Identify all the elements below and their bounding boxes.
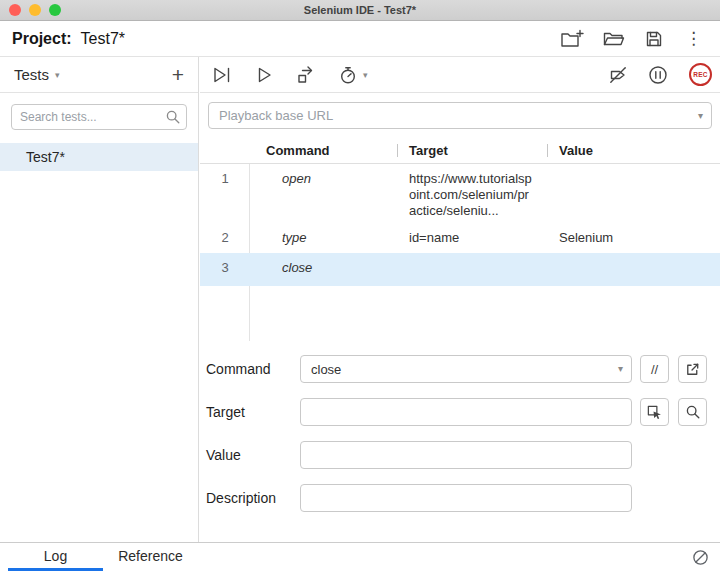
new-project-button[interactable] xyxy=(560,29,584,49)
disable-breakpoints-button[interactable] xyxy=(609,66,627,84)
window-title: Selenium IDE - Test7* xyxy=(0,4,720,16)
search-icon xyxy=(165,109,181,125)
command-cell[interactable]: close xyxy=(250,253,397,275)
value-form-row: Value xyxy=(206,441,712,469)
pause-on-exceptions-button[interactable] xyxy=(648,65,668,85)
step-over-button[interactable] xyxy=(296,65,316,84)
speed-chevron-down-icon: ▾ xyxy=(363,70,368,80)
row-number: 2 xyxy=(200,223,250,245)
main-panel: ▾ REC ▾ xyxy=(200,57,720,542)
value-input[interactable] xyxy=(300,441,632,469)
recording-controls: REC xyxy=(609,63,712,86)
window-controls xyxy=(9,4,61,16)
table-row[interactable]: 2 type id=name Selenium xyxy=(200,223,720,253)
target-input[interactable] xyxy=(300,398,632,426)
playback-url-row: ▾ xyxy=(200,93,720,129)
column-header-target[interactable]: Target xyxy=(409,143,448,158)
tests-dropdown[interactable]: Tests xyxy=(14,66,49,83)
minimize-window-button[interactable] xyxy=(29,4,41,16)
new-project-icon xyxy=(560,29,584,49)
stopwatch-icon xyxy=(339,65,357,85)
row-number: 3 xyxy=(200,253,250,275)
command-table-header: Command Target Value xyxy=(200,138,720,164)
project-actions: ⋮ xyxy=(560,29,708,49)
table-row[interactable]: 1 open https://www.tutorialspoint.com/se… xyxy=(200,164,720,223)
search-icon xyxy=(685,404,701,420)
command-cell[interactable]: type xyxy=(250,223,397,245)
playback-base-url-input[interactable] xyxy=(208,102,712,129)
description-input[interactable] xyxy=(300,484,632,512)
column-divider[interactable] xyxy=(397,144,398,157)
tab-reference[interactable]: Reference xyxy=(103,543,198,571)
comment-toggle-button[interactable]: // xyxy=(640,355,669,383)
command-form-row: Command ▾ // xyxy=(206,355,712,383)
open-project-button[interactable] xyxy=(603,30,625,48)
selenium-ide-window: Selenium IDE - Test7* Project:Test7* xyxy=(0,0,720,571)
disable-breakpoints-icon xyxy=(609,66,627,84)
record-button[interactable]: REC xyxy=(689,63,712,86)
kebab-menu-icon: ⋮ xyxy=(683,30,704,47)
play-icon xyxy=(255,66,273,84)
value-cell[interactable] xyxy=(547,164,720,171)
test-search xyxy=(11,104,187,130)
row-number: 1 xyxy=(200,164,250,186)
zoom-window-button[interactable] xyxy=(49,4,61,16)
column-header-command[interactable]: Command xyxy=(266,143,330,158)
playback-controls: ▾ xyxy=(212,65,368,85)
target-form-row: Target xyxy=(206,398,712,426)
description-field-label: Description xyxy=(206,490,300,506)
command-field-label: Command xyxy=(206,361,300,377)
command-editor: Command ▾ // Target xyxy=(200,341,720,512)
value-cell[interactable] xyxy=(547,253,720,260)
target-cell[interactable] xyxy=(397,253,547,260)
command-cell[interactable]: open xyxy=(250,164,397,186)
tab-log[interactable]: Log xyxy=(8,543,103,571)
playback-toolbar: ▾ REC xyxy=(200,57,720,93)
search-tests-input[interactable] xyxy=(11,104,187,130)
test-list: Test7* xyxy=(0,143,198,171)
step-over-icon xyxy=(296,65,316,84)
project-name: Test7* xyxy=(81,30,125,47)
project-header: Project:Test7* ⋮ xyxy=(0,21,720,57)
open-folder-icon xyxy=(603,30,625,48)
select-target-icon xyxy=(646,404,663,421)
open-in-new-icon xyxy=(684,361,701,378)
bottom-panel: Log Reference xyxy=(0,542,720,571)
command-select[interactable] xyxy=(300,355,632,383)
select-target-button[interactable] xyxy=(640,398,669,426)
description-form-row: Description xyxy=(206,484,712,512)
pause-circle-icon xyxy=(648,65,668,85)
save-project-button[interactable] xyxy=(644,29,664,49)
run-current-test-button[interactable] xyxy=(255,66,273,84)
tests-header: Tests ▾ + xyxy=(0,57,198,93)
find-target-button[interactable] xyxy=(678,398,707,426)
target-cell[interactable]: id=name xyxy=(397,223,547,246)
target-cell[interactable]: https://www.tutorialspoint.com/selenium/… xyxy=(397,164,547,219)
value-field-label: Value xyxy=(206,447,300,463)
titlebar[interactable]: Selenium IDE - Test7* xyxy=(0,0,720,21)
clear-log-button[interactable] xyxy=(692,549,709,566)
run-all-tests-button[interactable] xyxy=(212,66,232,84)
tests-sidebar: Tests ▾ + Test7* xyxy=(0,57,199,542)
command-table-body: 1 open https://www.tutorialspoint.com/se… xyxy=(200,164,720,341)
save-icon xyxy=(644,29,664,49)
open-command-reference-button[interactable] xyxy=(678,355,707,383)
run-all-icon xyxy=(212,66,232,84)
value-cell[interactable]: Selenium xyxy=(547,223,720,245)
column-divider[interactable] xyxy=(547,144,548,157)
table-row[interactable]: 3 close xyxy=(200,253,720,286)
project-title: Project:Test7* xyxy=(12,30,125,48)
test-list-item[interactable]: Test7* xyxy=(0,143,198,171)
column-header-value[interactable]: Value xyxy=(559,143,593,158)
more-options-button[interactable]: ⋮ xyxy=(683,30,704,47)
close-window-button[interactable] xyxy=(9,4,21,16)
test-speed-control[interactable]: ▾ xyxy=(339,65,368,85)
add-test-button[interactable]: + xyxy=(172,64,184,85)
target-field-label: Target xyxy=(206,404,300,420)
project-label: Project: xyxy=(12,30,72,47)
tests-chevron-down-icon[interactable]: ▾ xyxy=(55,70,60,80)
circle-slash-icon xyxy=(692,549,709,566)
